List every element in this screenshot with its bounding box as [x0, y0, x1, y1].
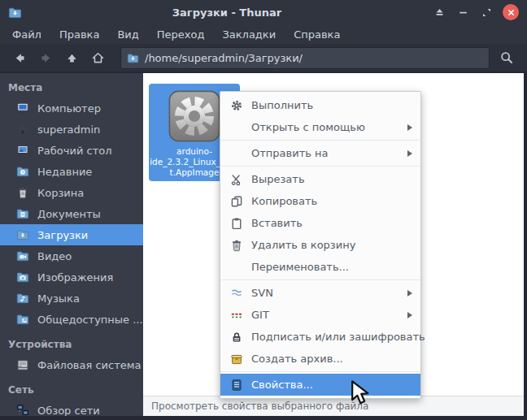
sidebar-item-label: Общедоступные ...: [37, 314, 143, 326]
close-icon: [505, 6, 517, 19]
sidebar-section-header: Места: [0, 78, 143, 97]
menu-item-label: Создать архив...: [251, 353, 412, 365]
home-icon: [16, 123, 29, 136]
menubar-item-go[interactable]: Переход: [148, 27, 214, 42]
context-menu-item-send-to[interactable]: Отправить на: [220, 142, 420, 164]
up-button[interactable]: [59, 47, 85, 68]
music-folder-icon: [16, 292, 29, 305]
forward-button[interactable]: [33, 47, 59, 68]
context-menu-item-svn[interactable]: SVN: [220, 282, 420, 304]
menu-separator: [220, 166, 420, 167]
sidebar-item-downloads[interactable]: Загрузки: [0, 224, 143, 245]
menubar-item-help[interactable]: Справка: [285, 27, 349, 42]
menu-separator: [220, 140, 420, 141]
menu-separator: [220, 279, 420, 280]
nav-buttons: [7, 47, 111, 68]
context-menu-item-paste[interactable]: Вставить: [220, 212, 420, 234]
context-menu-item-rename[interactable]: Переименовать...: [220, 256, 420, 278]
context-menu-item-cut[interactable]: Вырезать: [220, 168, 420, 190]
context-menu-item-open-with[interactable]: Открыть с помощью: [220, 116, 420, 138]
documents-folder-icon: [16, 207, 29, 220]
window-title: Загрузки - Thunar: [22, 6, 432, 19]
sidebar-item-network-browse[interactable]: Обзор сети: [0, 400, 143, 416]
restore-icon: [481, 6, 493, 19]
home-nav-icon: [91, 51, 105, 65]
sidebar-item-documents[interactable]: Документы: [0, 203, 143, 224]
context-menu-item-properties[interactable]: Свойства...: [220, 374, 420, 396]
sidebar-item-pictures[interactable]: Изображения: [0, 266, 143, 288]
forward-icon: [39, 51, 53, 65]
minimize-icon: [457, 6, 469, 19]
path-bar[interactable]: /home/superadmin/Загрузки/: [120, 47, 490, 69]
context-menu-item-copy[interactable]: Копировать: [220, 190, 420, 212]
minimize-button[interactable]: [455, 5, 470, 19]
trash-icon: [230, 239, 243, 252]
file-name-line: arduino-: [176, 146, 212, 157]
menu-item-label: Вставить: [251, 217, 412, 229]
sidebar-item-home[interactable]: superadmin: [0, 119, 143, 140]
context-menu-item-sign-encrypt[interactable]: Подписать и/или зашифровать: [220, 326, 420, 348]
eject-button[interactable]: [432, 5, 446, 19]
no-icon: [230, 261, 243, 274]
sidebar-section[interactable]: СетьОбзор сети: [0, 380, 143, 416]
context-menu-item-git[interactable]: GIT: [220, 304, 420, 326]
sidebar-item-trash[interactable]: Корзина: [0, 182, 143, 203]
menubar-item-bookmarks[interactable]: Закладки: [213, 27, 285, 42]
sidebar-item-filesystem[interactable]: Файловая система: [0, 354, 143, 375]
sidebar-item-computer[interactable]: Компьютер: [0, 97, 143, 119]
appimage-gear-icon: [166, 88, 223, 145]
menu-item-label: Вырезать: [251, 173, 412, 185]
search-button[interactable]: [493, 47, 520, 69]
restore-button[interactable]: [479, 5, 494, 19]
desktop-icon: [16, 144, 29, 157]
menu-item-label: Открыть с помощью: [251, 121, 399, 133]
sidebar: МестаКомпьютерsuperadminРабочий столНеда…: [0, 73, 143, 416]
gear-icon: [230, 99, 243, 112]
context-menu-item-create-archive[interactable]: Создать архив...: [220, 348, 420, 370]
context-menu-item-execute[interactable]: Выполнить: [220, 94, 420, 116]
home-button[interactable]: [85, 47, 111, 68]
menu-item-label: Подписать и/или зашифровать: [251, 331, 425, 343]
git-icon: [230, 309, 243, 322]
context-menu: ВыполнитьОткрыть с помощьюОтправить наВы…: [220, 91, 421, 399]
context-menu-item-move-to-trash[interactable]: Удалить в корзину: [220, 234, 420, 256]
sidebar-item-videos[interactable]: Видео: [0, 245, 143, 266]
menu-separator: [220, 371, 420, 372]
downloads-folder-icon: [8, 6, 22, 19]
network-icon: [16, 404, 29, 416]
submenu-arrow-icon: [407, 124, 412, 131]
sidebar-section[interactable]: УстройстваФайловая система: [0, 335, 143, 375]
no-icon: [230, 121, 243, 134]
menubar-item-file[interactable]: Файл: [3, 27, 50, 42]
sidebar-item-label: Изображения: [37, 271, 113, 284]
sidebar-item-desktop[interactable]: Рабочий стол: [0, 140, 143, 161]
eject-icon: [433, 6, 446, 19]
sidebar-item-label: Видео: [37, 250, 72, 262]
recent-folder-icon: [16, 165, 29, 178]
no-icon: [230, 147, 243, 160]
close-button[interactable]: [503, 4, 519, 20]
submenu-arrow-icon: [407, 290, 412, 297]
back-button[interactable]: [7, 47, 33, 68]
submenu-arrow-icon: [407, 150, 412, 157]
mouse-cursor: [350, 379, 371, 409]
sidebar-item-music[interactable]: Музыка: [0, 288, 143, 309]
scissors-icon: [230, 173, 243, 186]
downloads-folder-icon: [16, 228, 29, 241]
archive-icon: [230, 353, 243, 366]
sidebar-section[interactable]: МестаКомпьютерsuperadminРабочий столНеда…: [0, 78, 143, 330]
submenu-arrow-icon: [407, 312, 412, 318]
up-icon: [65, 51, 79, 65]
menu-item-label: Переименовать...: [251, 261, 412, 273]
sidebar-item-label: Загрузки: [37, 229, 88, 241]
menu-item-label: Выполнить: [251, 99, 412, 111]
sidebar-item-recent[interactable]: Недавние: [0, 161, 143, 182]
sidebar-item-label: Музыка: [37, 292, 80, 305]
lock-icon: [230, 331, 243, 344]
sidebar-item-public[interactable]: Общедоступные ...: [0, 309, 143, 330]
properties-icon: [230, 379, 243, 392]
menubar-item-view[interactable]: Вид: [108, 27, 147, 42]
menubar-item-edit[interactable]: Правка: [50, 27, 108, 42]
titlebar[interactable]: Загрузки - Thunar: [0, 0, 527, 24]
menubar: ФайлПравкаВидПереходЗакладкиСправка: [0, 24, 527, 44]
